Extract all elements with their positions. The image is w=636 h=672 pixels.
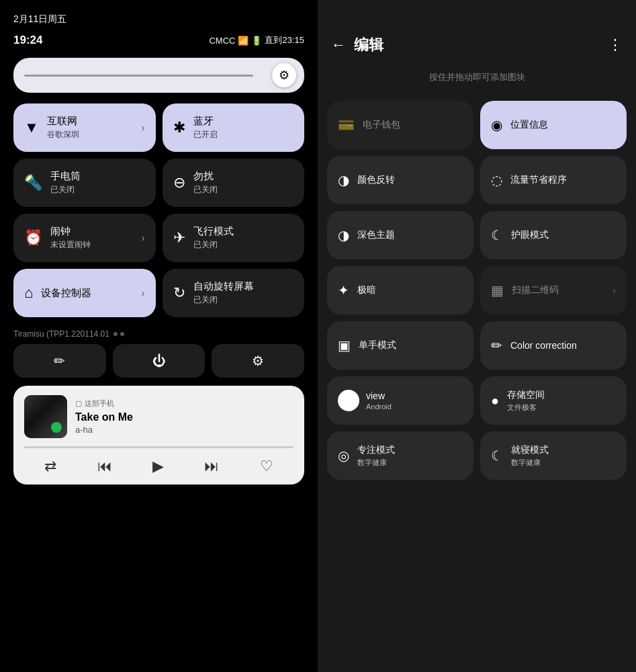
rotate-tile[interactable]: ↻ 自动旋转屏幕 已关闭 xyxy=(163,269,305,317)
dnd-title: 勿扰 xyxy=(193,170,218,183)
onehand-title: 单手模式 xyxy=(359,339,463,351)
dnd-icon: ⊖ xyxy=(173,174,185,192)
eyecomfort-title: 护眼模式 xyxy=(511,229,616,241)
right-tiles-grid: 💳 电子钱包 ◉ 位置信息 ◑ 颜色反转 ◌ xyxy=(327,101,627,480)
brightness-thumb[interactable]: ⚙ xyxy=(272,63,296,87)
edit-button[interactable]: ✏ xyxy=(13,344,106,378)
focus-icon: ◎ xyxy=(338,448,349,464)
extreme-tile[interactable]: ✦ 极暗 xyxy=(327,266,473,314)
extreme-icon: ✦ xyxy=(338,282,349,298)
tiles-scroll-area[interactable]: 💳 电子钱包 ◉ 位置信息 ◑ 颜色反转 ◌ xyxy=(318,94,636,672)
left-panel: 2月11日周五 19:24 CMCC 📶 🔋 直到23:15 ⚙ ▼ 互联网 谷… xyxy=(0,0,318,672)
wifi-icon: ▼ xyxy=(24,119,39,136)
invert-tile[interactable]: ◑ 颜色反转 xyxy=(327,156,473,204)
bluetooth-icon: ✱ xyxy=(173,119,185,136)
storage-title: 存储空间 xyxy=(507,389,616,401)
darktheme-title: 深色主题 xyxy=(357,229,463,241)
preview-circle xyxy=(338,390,359,411)
wallet-title: 电子钱包 xyxy=(363,119,463,131)
power-icon: ⏻ xyxy=(152,353,166,369)
back-button[interactable]: ← xyxy=(331,36,346,54)
eyecomfort-icon: ☾ xyxy=(491,227,503,243)
storage-icon: ● xyxy=(491,393,499,409)
alarm-title: 闹钟 xyxy=(50,225,91,238)
status-bar: 19:24 CMCC 📶 🔋 直到23:15 xyxy=(13,28,304,47)
wifi-tile[interactable]: ▼ 互联网 谷歌深圳 › xyxy=(13,103,156,152)
more-options-button[interactable]: ⋮ xyxy=(608,36,623,54)
wifi-title: 互联网 xyxy=(47,115,79,128)
action-bar: ✏ ⏻ ⚙ xyxy=(13,344,304,378)
focus-tile[interactable]: ◎ 专注模式 数字健康 xyxy=(327,431,473,480)
storage-subtitle: 文件极客 xyxy=(507,403,616,413)
flashlight-icon: 🔦 xyxy=(24,174,42,192)
settings-icon: ⚙ xyxy=(279,68,289,83)
play-button[interactable]: ▶ xyxy=(152,458,164,475)
focus-subtitle: 数字健康 xyxy=(357,458,463,468)
eyecomfort-tile[interactable]: ☾ 护眼模式 xyxy=(480,211,627,259)
right-panel: ← 编辑 ⋮ 按住并拖动即可添加图块 💳 电子钱包 ◉ 位置信息 ◑ xyxy=(318,0,636,672)
date-text: 2月11日周五 xyxy=(13,11,304,26)
device-tile[interactable]: ⌂ 设备控制器 › xyxy=(13,269,156,317)
qrscan-icon: ▦ xyxy=(491,282,504,298)
time: 19:24 xyxy=(13,34,42,47)
carrier-name: CMCC xyxy=(209,36,235,46)
gear-icon: ⚙ xyxy=(252,353,264,369)
next-button[interactable]: ⏭ xyxy=(204,458,219,475)
datasaver-title: 流量节省程序 xyxy=(510,174,616,186)
qrscan-tile[interactable]: ▦ 扫描二维码 › xyxy=(480,266,627,314)
bedtime-subtitle: 数字健康 xyxy=(511,458,616,468)
colorcorrect-icon: ✏ xyxy=(491,337,502,353)
colorcorrect-tile[interactable]: ✏ Color correction xyxy=(480,321,627,370)
music-title: Take on Me xyxy=(75,411,293,423)
colorcorrect-title: Color correction xyxy=(510,340,616,351)
airplane-tile[interactable]: ✈ 飞行模式 已关闭 xyxy=(163,214,305,262)
alarm-tile[interactable]: ⏰ 闹钟 未设置闹钟 › xyxy=(13,214,156,262)
darktheme-tile[interactable]: ◑ 深色主题 xyxy=(327,211,473,259)
location-icon: ◉ xyxy=(491,117,502,133)
power-button[interactable]: ⏻ xyxy=(113,344,206,378)
quick-tiles-grid: ▼ 互联网 谷歌深圳 › ✱ 蓝牙 已开启 🔦 手电筒 已关闭 ⊖ xyxy=(13,103,304,317)
right-header: ← 编辑 ⋮ xyxy=(318,0,636,65)
flashlight-subtitle: 已关闭 xyxy=(50,184,81,196)
focus-title: 专注模式 xyxy=(357,444,463,456)
alarm-subtitle: 未设置闹钟 xyxy=(50,239,91,251)
flashlight-title: 手电筒 xyxy=(50,170,81,183)
version-area: Tiramisu (TPP1.220114.01 xyxy=(13,329,304,339)
onehand-tile[interactable]: ▣ 单手模式 xyxy=(327,321,473,370)
bedtime-tile[interactable]: ☾ 就寝模式 数字健康 xyxy=(480,431,627,480)
location-tile[interactable]: ◉ 位置信息 xyxy=(480,101,627,149)
qrscan-title: 扫描二维码 xyxy=(512,284,604,296)
alarm-arrow: › xyxy=(142,233,145,243)
album-art xyxy=(24,395,67,438)
right-panel-title: 编辑 xyxy=(354,35,600,55)
bluetooth-subtitle: 已开启 xyxy=(193,129,218,140)
datasaver-tile[interactable]: ◌ 流量节省程序 xyxy=(480,156,627,204)
airplane-subtitle: 已关闭 xyxy=(193,239,234,251)
wifi-subtitle: 谷歌深圳 xyxy=(47,129,79,140)
settings-button[interactable]: ⚙ xyxy=(212,344,304,378)
flashlight-tile[interactable]: 🔦 手电筒 已关闭 xyxy=(13,159,156,207)
prev-button[interactable]: ⏮ xyxy=(97,458,112,475)
storage-tile[interactable]: ● 存储空间 文件极客 xyxy=(480,376,627,425)
extreme-title: 极暗 xyxy=(357,284,463,296)
rotate-subtitle: 已关闭 xyxy=(193,294,254,306)
version-dots xyxy=(113,332,124,336)
dnd-tile[interactable]: ⊖ 勿扰 已关闭 xyxy=(163,159,305,207)
heart-button[interactable]: ♡ xyxy=(260,458,273,475)
music-card: ▢ 这部手机 Take on Me a-ha ⇄ ⏮ ▶ ⏭ ♡ xyxy=(13,386,304,485)
preview-tile[interactable]: view Android xyxy=(327,376,473,425)
airplane-icon: ✈ xyxy=(173,229,185,247)
shuffle-button[interactable]: ⇄ xyxy=(44,458,56,475)
device-icon-small: ▢ xyxy=(75,399,82,408)
music-device: ▢ 这部手机 xyxy=(75,398,293,409)
battery-time: 直到23:15 xyxy=(265,34,304,46)
brightness-slider[interactable]: ⚙ xyxy=(13,58,304,93)
wallet-tile[interactable]: 💳 电子钱包 xyxy=(327,101,473,149)
edit-icon: ✏ xyxy=(54,353,65,369)
hint-text: 按住并拖动即可添加图块 xyxy=(318,65,636,94)
carrier-status: CMCC 📶 🔋 直到23:15 xyxy=(209,34,304,46)
wifi-arrow: › xyxy=(142,122,145,133)
music-progress-bar[interactable] xyxy=(24,446,293,448)
qrscan-arrow: › xyxy=(612,285,616,296)
bluetooth-tile[interactable]: ✱ 蓝牙 已开启 xyxy=(163,103,305,152)
